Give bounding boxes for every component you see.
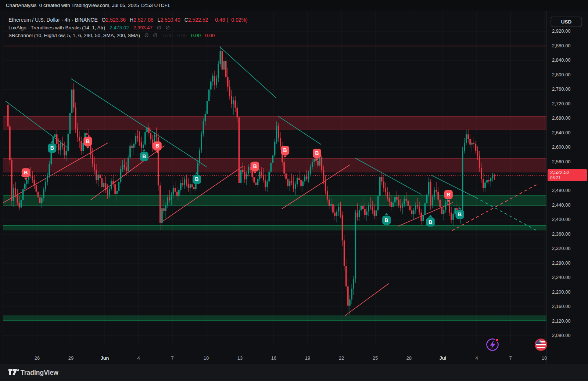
currency-button[interactable]: USD [551,17,582,27]
svg-text:2,840.00: 2,840.00 [552,57,571,63]
srchannel-value-3: 0.00 [191,33,201,38]
ascending-trendline [91,146,165,200]
svg-text:25: 25 [373,355,378,361]
bullish-break-marker[interactable]: B [48,141,56,153]
svg-text:2,522.52: 2,522.52 [550,170,570,175]
luxalgo-lower-value: 2,393.47 [133,25,153,30]
svg-text:2,760.00: 2,760.00 [552,86,571,92]
svg-text:13: 13 [237,355,243,361]
svg-text:B: B [50,145,54,151]
us-flag-icon[interactable] [535,339,547,351]
srchannel-value-2: 0.00 [177,33,187,38]
last-price-badge: 2,522.5206:21 [548,169,587,181]
svg-text:B: B [447,192,450,197]
svg-text:2,120.00: 2,120.00 [552,318,571,324]
svg-text:B: B [155,143,159,149]
symbol-title: Ethereum / U.S. Dollar · 4h · BINANCE [8,17,98,23]
svg-text:4: 4 [137,355,140,361]
svg-text:2,800.00: 2,800.00 [552,72,571,77]
svg-text:2,560.00: 2,560.00 [552,159,571,164]
svg-text:B: B [253,163,257,169]
indicator-name-srchannel: SRchannel (10, High/Low, 5, 1, 6, 290, 5… [8,33,140,38]
svg-text:10: 10 [204,355,209,361]
svg-text:Jun: Jun [100,355,109,361]
svg-text:B: B [24,170,28,175]
descending-trendline [220,47,276,98]
tradingview-logo-icon[interactable] [8,368,20,376]
svg-text:19: 19 [305,355,310,361]
bearish-break-marker[interactable]: B [153,141,162,153]
svg-text:USD: USD [561,19,572,25]
svg-text:22: 22 [339,355,344,361]
svg-text:2,440.00: 2,440.00 [552,202,571,208]
resistance-zone [3,158,546,172]
ascending-trendline [345,284,389,316]
svg-text:2,320.00: 2,320.00 [552,246,571,251]
svg-text:2,600.00: 2,600.00 [552,144,571,150]
support-zone [3,226,546,230]
srchannel-empty-values: ∅ ∅ [144,33,159,38]
svg-text:2,240.00: 2,240.00 [552,275,571,280]
svg-text:B: B [429,219,432,225]
grid-layer [3,11,546,345]
svg-text:2,480.00: 2,480.00 [552,188,571,193]
svg-text:2,360.00: 2,360.00 [552,231,571,237]
high-value: 2,527.08 [133,17,154,23]
svg-text:4: 4 [475,355,478,361]
low-value: 2,510.40 [160,17,180,23]
svg-text:2,640.00: 2,640.00 [552,130,571,135]
svg-text:06:21: 06:21 [550,175,561,180]
footer-brand[interactable]: TradingView [21,365,58,380]
svg-text:B: B [385,217,388,223]
legend-row-luxalgo[interactable]: LuxAlgo - Trendlines with Breaks (14, 1,… [8,24,248,32]
svg-text:2,920.00: 2,920.00 [552,28,571,34]
indicator-name-luxalgo: LuxAlgo - Trendlines with Breaks (14, 1,… [8,25,105,30]
legend: Ethereum / U.S. Dollar · 4h · BINANCE O2… [8,16,248,39]
svg-text:2,280.00: 2,280.00 [552,260,571,266]
svg-text:7: 7 [171,355,173,361]
luxalgo-empty-values: ∅ ∅ [157,25,171,30]
support-zone [3,195,546,206]
svg-text:2,200.00: 2,200.00 [552,289,571,295]
trendlines-layer [0,47,537,316]
candlestick-layer [7,46,495,315]
close-value: 2,522.52 [188,17,208,23]
svg-text:2,080.00: 2,080.00 [552,333,571,338]
support-zone [3,316,546,320]
high-label: H [130,17,133,23]
svg-text:7: 7 [509,355,512,361]
svg-text:2,160.00: 2,160.00 [552,304,571,309]
lightning-icon[interactable] [487,338,499,351]
bullish-break-marker[interactable]: B [426,215,435,227]
open-label: O [102,17,106,23]
svg-text:10: 10 [542,355,547,361]
svg-text:B: B [142,153,146,159]
legend-row-srchannel[interactable]: SRchannel (10, High/Low, 5, 1, 6, 290, 5… [8,32,248,39]
svg-text:B: B [458,211,462,217]
svg-text:26: 26 [35,355,40,361]
price-axis[interactable]: 2,920.002,880.002,840.002,800.002,760.00… [552,28,571,338]
svg-text:2,720.00: 2,720.00 [552,101,571,106]
srchannel-value-1: 0.00 [163,33,173,38]
change-value: −0.46 (−0.02%) [212,17,248,23]
svg-text:B: B [315,150,319,156]
svg-text:28: 28 [406,355,412,361]
chart-canvas[interactable]: BBBBBBBBBBBBB2,920.002,880.002,840.002,8… [0,0,588,381]
close-label: C [184,17,188,23]
resistance-zone [3,116,546,130]
svg-text:B: B [195,176,198,182]
svg-text:16: 16 [271,355,276,361]
svg-text:Jul: Jul [440,355,447,361]
legend-row-symbol[interactable]: Ethereum / U.S. Dollar · 4h · BINANCE O2… [8,16,248,24]
luxalgo-upper-value: 2,473.02 [110,25,129,30]
open-value: 2,523.36 [106,17,126,23]
bullish-break-marker[interactable]: B [382,213,391,225]
svg-text:2,400.00: 2,400.00 [552,217,571,222]
bullish-break-marker[interactable]: B [193,172,201,184]
svg-text:B: B [283,147,287,153]
tradingview-chart-window: ChartAnalysis_0 created with TradingView… [0,0,588,381]
time-axis[interactable]: 2629Jun4710131619222528Jul4710 [35,355,547,361]
footer-bar: TradingView [0,364,588,381]
srchannel-value-4: 0.00 [205,33,215,38]
svg-text:B: B [86,138,90,144]
